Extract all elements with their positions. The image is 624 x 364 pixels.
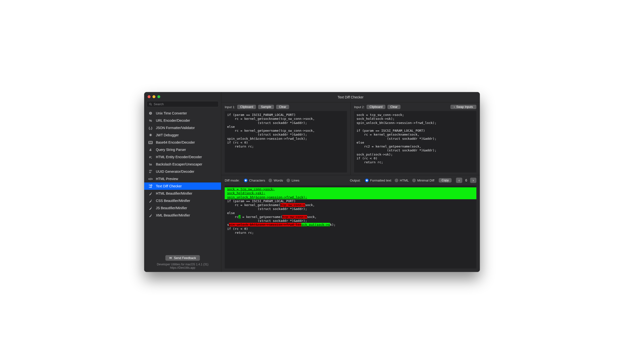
sidebar-item-label: Text Diff Checker — [156, 184, 182, 188]
mail-icon: ✉ — [169, 256, 172, 260]
radio-icon — [268, 179, 272, 182]
sidebar-item-json-formatter-validator[interactable]: { , }JSON Formatter/Validator — [144, 124, 221, 131]
radio-label: Lines — [292, 179, 299, 182]
wand-icon — [148, 198, 153, 203]
radio-label: Formatted text — [370, 179, 391, 182]
minimize-window-button[interactable] — [153, 95, 156, 98]
window-controls — [144, 92, 221, 100]
close-window-button[interactable] — [148, 95, 151, 98]
input-2-clipboard-button[interactable]: Clipboard — [366, 105, 386, 109]
diff-mode-radio-lines[interactable]: Lines — [286, 179, 299, 182]
wand-icon — [148, 206, 153, 210]
sidebar-item-html-beautifier-minifier[interactable]: HTML Beautifier/Minifier — [144, 190, 221, 197]
radio-icon — [244, 179, 248, 182]
chevron-left-icon: ‹ — [454, 105, 455, 109]
sidebar-item-html-preview[interactable]: </>HTML Preview — [144, 175, 221, 182]
diff-added: ock_put(sock->s — [301, 223, 330, 226]
radio-label: Words — [274, 179, 283, 182]
diff-count: 6 — [464, 178, 468, 182]
diff-removed: pin_unlock_bh(&conn->session->frwd_loc — [229, 223, 301, 226]
diff-line: sock = tcp_sw_conn->sock; — [225, 187, 476, 191]
diff-icon: +ab-cd — [148, 184, 153, 189]
page-title: Text Diff Checker — [338, 95, 363, 99]
sidebar-item-js-beautifier-minifier[interactable]: JS Beautifier/Minifier — [144, 204, 221, 212]
b64-icon: 64 — [148, 140, 153, 145]
sidebar: Unix Time Converter%URL Encoder/Decoder{… — [144, 92, 221, 272]
bslash-icon: \n — [148, 162, 153, 167]
copy-button[interactable]: Copy — [439, 178, 452, 182]
input-1-clipboard-button[interactable]: Clipboard — [237, 105, 256, 109]
sidebar-nav: Unix Time Converter%URL Encoder/Decoder{… — [144, 109, 221, 253]
diff-line: (struct sockaddr *)&addr); — [225, 207, 476, 211]
sidebar-item-label: Base64 Encoder/Decoder — [156, 141, 195, 144]
radio-icon — [286, 179, 290, 182]
input-2-textarea[interactable]: sock = tcp_sw_conn->sock; sock_hold(sock… — [354, 111, 476, 172]
sidebar-item-backslash-escaper-unescaper[interactable]: \nBackslash Escaper/Unescaper — [144, 161, 221, 168]
sidebar-item-label: HTML Beautifier/Minifier — [156, 192, 192, 195]
send-feedback-button[interactable]: ✉ Send Feedback — [165, 255, 200, 261]
diff-line: spin_unlock_bh(&conn->session->frwd_lock… — [225, 195, 476, 199]
sidebar-item-label: HTML Entity Encoder/Decoder — [156, 155, 202, 159]
sidebar-item-label: HTML Preview — [156, 177, 178, 181]
output-radio-minimal-diff[interactable]: Minimal Diff — [412, 179, 434, 182]
diff-line: sock_hold(sock->sk); — [225, 191, 476, 195]
diff-added: 2 — [238, 215, 240, 219]
sidebar-footer: ✉ Send Feedback Developer Utilities for … — [144, 253, 221, 272]
sidebar-item-url-encoder-decoder[interactable]: %URL Encoder/Decoder — [144, 117, 221, 124]
zoom-window-button[interactable] — [157, 95, 160, 98]
jwt-icon: ✳︎ — [148, 133, 153, 138]
radio-icon — [365, 179, 369, 182]
radio-label: Minimal Diff — [417, 179, 434, 182]
diff-controls: Diff mode: CharactersWordsLines Output: … — [221, 175, 480, 184]
swap-label: Swap Inputs — [456, 105, 473, 109]
chevron-left-icon: ‹ — [459, 178, 460, 182]
output-radio-formatted-text[interactable]: Formatted text — [365, 179, 391, 182]
search-icon — [149, 102, 152, 106]
input-1-textarea[interactable]: if (param == ISCSI_PARAM_LOCAL_PORT) rc … — [225, 111, 347, 172]
input-1-panel: Input 1: Clipboard Sample Clear if (para… — [221, 102, 350, 175]
diff-line: rc = kernel_getsockname(tcp_sw_conn->soc… — [225, 203, 476, 207]
sidebar-item-unix-time-converter[interactable]: Unix Time Converter — [144, 110, 221, 117]
sidebar-item-css-beautifier-minifier[interactable]: CSS Beautifier/Minifier — [144, 197, 221, 204]
sidebar-item-label: JSON Formatter/Validator — [156, 126, 195, 130]
diff-line: else — [225, 211, 476, 215]
feedback-label: Send Feedback — [174, 256, 196, 260]
diff-mode-radio-words[interactable]: Words — [268, 179, 283, 182]
diff-output[interactable]: sock = tcp_sw_conn->sock;sock_hold(sock-… — [225, 185, 476, 268]
diff-mode-label: Diff mode: — [225, 179, 239, 182]
search-input[interactable] — [154, 102, 216, 106]
input-1-sample-button[interactable]: Sample — [258, 105, 274, 109]
sidebar-item-jwt-debugger[interactable]: ✳︎JWT Debugger — [144, 131, 221, 139]
diff-line: (struct sockaddr *)&addr); — [225, 219, 476, 223]
output-radio-html[interactable]: HTML — [395, 179, 409, 182]
sidebar-item-xml-beautifier-minifier[interactable]: XML Beautifier/Minifier — [144, 212, 221, 219]
sidebar-item-label: Query String Parser — [156, 148, 186, 152]
radio-label: Characters — [249, 179, 265, 182]
diff-prev-button[interactable]: ‹ — [456, 178, 462, 183]
radio-label: HTML — [400, 179, 409, 182]
sidebar-item-uuid-generator-decoder[interactable]: UUIDUUID Generator/Decoder — [144, 168, 221, 175]
sidebar-item-label: JWT Debugger — [156, 133, 179, 137]
sidebar-item-html-entity-encoder-decoder[interactable]: #;HTML Entity Encoder/Decoder — [144, 153, 221, 161]
diff-line: spin_unlock_bh(&conn->session->frwd_loco… — [225, 223, 476, 227]
braces-icon: { , } — [148, 125, 153, 130]
input-row: Input 1: Clipboard Sample Clear if (para… — [221, 102, 480, 175]
sidebar-item-label: Backslash Escaper/Unescaper — [156, 162, 202, 166]
input-2-clear-button[interactable]: Clear — [387, 105, 400, 109]
diff-mode-radio-characters[interactable]: Characters — [244, 179, 265, 182]
swap-inputs-button[interactable]: ‹ Swap Inputs — [450, 105, 476, 109]
sidebar-item-text-diff-checker[interactable]: +ab-cdText Diff Checker — [144, 182, 221, 190]
wand-icon — [148, 213, 153, 218]
sidebar-item-label: Unix Time Converter — [156, 111, 187, 115]
sidebar-item-label: UUID Generator/Decoder — [156, 170, 194, 173]
percent-icon: % — [148, 118, 153, 123]
diff-removed: tcp_sw_conn-> — [282, 215, 307, 219]
search-input-wrap[interactable] — [147, 101, 219, 107]
sidebar-item-base64-encoder-decoder[interactable]: 64Base64 Encoder/Decoder — [144, 139, 221, 146]
input-1-clear-button[interactable]: Clear — [276, 105, 289, 109]
app-window: Unix Time Converter%URL Encoder/Decoder{… — [144, 92, 480, 272]
sidebar-item-query-string-parser[interactable]: &Query String Parser — [144, 146, 221, 153]
tags-icon: </> — [148, 176, 153, 181]
hash-icon: #; — [148, 155, 153, 159]
diff-next-button[interactable]: › — [470, 178, 476, 183]
